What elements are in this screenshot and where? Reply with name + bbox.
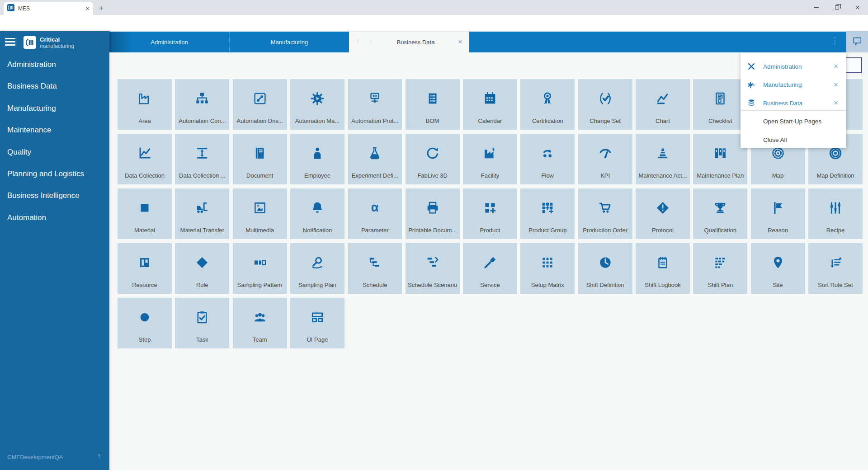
tile-employee[interactable]: Employee bbox=[290, 134, 344, 184]
tile-automation-con[interactable]: Automation Con... bbox=[175, 79, 229, 130]
tile-schedule[interactable]: Schedule bbox=[348, 243, 402, 294]
browser-tab-strip: MES × + × bbox=[0, 0, 868, 15]
tile-shift-plan[interactable]: Shift Plan bbox=[693, 243, 747, 294]
cart-icon bbox=[598, 198, 613, 218]
tile-material-transfer[interactable]: Material Transfer bbox=[175, 188, 229, 239]
browser-tab[interactable]: MES × bbox=[4, 2, 93, 15]
chevron-right-icon[interactable] bbox=[368, 38, 373, 47]
tile-multimedia[interactable]: Multimedia bbox=[233, 188, 287, 239]
close-page-icon[interactable]: × bbox=[834, 62, 838, 71]
menu-action-open-start-up-pages[interactable]: Open Start-Up Pages bbox=[741, 112, 846, 130]
tile-label: Data Collection bbox=[125, 172, 165, 179]
sidebar-item-maintenance[interactable]: Maintenance bbox=[0, 122, 109, 138]
tile-label: Calendar bbox=[478, 118, 502, 124]
tile-bom[interactable]: BOM bbox=[406, 79, 460, 130]
layout-icon bbox=[310, 307, 325, 327]
tile-maintenance-plan[interactable]: Maintenance Plan bbox=[693, 134, 747, 184]
flow-arrow-icon bbox=[540, 143, 555, 163]
tile-setup-matrix[interactable]: Setup Matrix bbox=[520, 243, 575, 294]
sidebar-item-planning-and-logistics[interactable]: Planning and Logistics bbox=[0, 166, 109, 182]
location-pin-icon bbox=[770, 253, 786, 273]
tile-area[interactable]: Area bbox=[118, 79, 172, 130]
tile-fablive-3d[interactable]: FabLive 3D bbox=[406, 134, 460, 184]
tile-reason[interactable]: Reason bbox=[751, 188, 805, 239]
feedback-bubble-button[interactable] bbox=[846, 31, 868, 52]
sidebar-item-quality[interactable]: Quality bbox=[0, 145, 109, 160]
tile-sort-rule-set[interactable]: Sort Rule Set bbox=[808, 243, 863, 294]
tile-kpi[interactable]: KPI bbox=[578, 134, 632, 184]
tile-experiment-defi[interactable]: Experiment Defi... bbox=[348, 134, 402, 184]
tile-shift-definition[interactable]: Shift Definition bbox=[578, 243, 632, 294]
menu-page-administration[interactable]: Administration× bbox=[741, 57, 846, 75]
close-page-icon[interactable]: × bbox=[834, 80, 838, 89]
sidebar-item-administration[interactable]: Administration bbox=[0, 57, 109, 72]
tile-printable-docum[interactable]: Printable Docum... bbox=[406, 188, 460, 239]
chevron-left-icon[interactable] bbox=[355, 38, 361, 47]
speech-bubble-icon bbox=[852, 36, 863, 48]
sidebar-item-business-data[interactable]: Business Data bbox=[0, 79, 109, 94]
tile-schedule-scenario[interactable]: Schedule Scenario bbox=[406, 243, 460, 294]
tile-maintenance-act[interactable]: Maintenance Act... bbox=[636, 134, 690, 184]
critical-manufacturing-logo-icon bbox=[24, 36, 36, 49]
tile-shift-logbook[interactable]: Shift Logbook bbox=[636, 243, 690, 294]
sidebar-item-automation[interactable]: Automation bbox=[0, 210, 109, 226]
tile-notification[interactable]: Notification bbox=[290, 188, 344, 239]
menu-page-business-data[interactable]: Business Data× bbox=[741, 94, 846, 112]
sidebar-item-business-intelligence[interactable]: Business Intelligence bbox=[0, 188, 109, 203]
tile-production-order[interactable]: Production Order bbox=[578, 188, 632, 239]
tile-certification[interactable]: Certification bbox=[520, 79, 575, 130]
tile-parameter[interactable]: αParameter bbox=[348, 188, 402, 239]
tile-product-group[interactable]: Product Group bbox=[520, 188, 575, 239]
tile-recipe[interactable]: Recipe bbox=[808, 188, 863, 239]
tile-step[interactable]: Step bbox=[118, 298, 172, 348]
product-blocks-icon bbox=[482, 198, 498, 218]
tile-automation-prot[interactable]: Automation Prot... bbox=[348, 79, 402, 130]
tile-checklist[interactable]: Checklist bbox=[693, 79, 747, 130]
tile-automation-ma[interactable]: Automation Ma... bbox=[290, 79, 344, 130]
tile-data-collection[interactable]: Data Collection bbox=[118, 134, 172, 184]
tile-label: Employee bbox=[304, 172, 330, 179]
tile-flow[interactable]: Flow bbox=[520, 134, 575, 184]
tile-site[interactable]: Site bbox=[751, 243, 805, 294]
tile-label: Chart bbox=[656, 118, 670, 124]
tile-change-set[interactable]: Change Set bbox=[578, 79, 632, 130]
tile-ui-page[interactable]: UI Page bbox=[290, 298, 344, 348]
flask-icon bbox=[367, 143, 382, 163]
new-tab-button[interactable]: + bbox=[97, 4, 106, 13]
restore-icon[interactable] bbox=[826, 0, 847, 15]
tile-product[interactable]: Product bbox=[463, 188, 517, 239]
tab-manufacturing[interactable]: Manufacturing bbox=[229, 32, 349, 52]
globe-clock-icon bbox=[598, 253, 613, 273]
sidebar-item-manufacturing[interactable]: Manufacturing bbox=[0, 101, 109, 116]
tile-resource[interactable]: Resource bbox=[118, 243, 172, 294]
notepad-icon bbox=[655, 253, 670, 273]
tile-data-collection[interactable]: Data Collection ... bbox=[175, 134, 229, 184]
tile-sampling-pattern[interactable]: Sampling Pattern bbox=[233, 243, 287, 294]
minimize-icon[interactable] bbox=[806, 0, 826, 15]
tile-automation-driv[interactable]: Automation Driv... bbox=[233, 79, 287, 130]
logo-line1: Critical bbox=[40, 36, 60, 43]
tile-sampling-plan[interactable]: Sampling Plan bbox=[290, 243, 344, 294]
menu-page-manufacturing[interactable]: Manufacturing× bbox=[741, 76, 846, 94]
tile-material[interactable]: Material bbox=[118, 188, 172, 239]
tab-overflow-menu-icon[interactable] bbox=[832, 37, 837, 44]
tile-service[interactable]: Service bbox=[463, 243, 517, 294]
tile-team[interactable]: Team bbox=[233, 298, 287, 348]
tab-close-icon[interactable]: × bbox=[85, 5, 90, 12]
close-page-icon[interactable]: × bbox=[834, 99, 838, 108]
tile-calendar[interactable]: Calendar bbox=[463, 79, 517, 130]
tile-document[interactable]: Document bbox=[233, 134, 287, 184]
tile-task[interactable]: Task bbox=[175, 298, 229, 348]
hamburger-menu-icon[interactable] bbox=[5, 38, 15, 46]
tile-chart[interactable]: Chart bbox=[636, 79, 690, 130]
tile-label: Resource bbox=[132, 282, 157, 288]
menu-action-close-all[interactable]: Close All bbox=[741, 131, 846, 149]
tab-business-data-active[interactable]: Business Data × bbox=[349, 32, 469, 52]
window-close-icon[interactable]: × bbox=[847, 0, 868, 15]
tile-qualification[interactable]: Qualification bbox=[693, 188, 747, 239]
close-tab-icon[interactable]: × bbox=[458, 38, 462, 47]
tab-administration[interactable]: Administration bbox=[109, 32, 229, 52]
tile-facility[interactable]: Facility bbox=[463, 134, 517, 184]
tile-protocol[interactable]: Protocol bbox=[636, 188, 690, 239]
tile-rule[interactable]: Rule bbox=[175, 243, 229, 294]
